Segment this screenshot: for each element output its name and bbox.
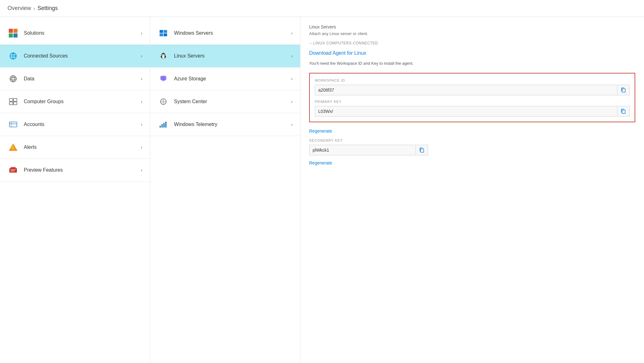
middle-nav-panel: Windows Servers › [150,17,300,363]
regenerate-secondary-key-link[interactable]: Regenerate [309,160,635,165]
sidebar-item-accounts-label: Accounts [24,122,141,127]
header-settings-label: Settings [38,5,58,12]
middle-item-linux-servers[interactable]: Linux Servers › [150,45,300,68]
middle-item-windows-servers[interactable]: Windows Servers › [150,22,300,45]
windows-servers-icon [158,28,169,39]
credentials-box: WORKSPACE ID PRIMARY KEY [309,73,635,122]
sidebar-item-preview-features[interactable]: Preview Features › [0,159,150,182]
sidebar-item-preview-features-label: Preview Features [24,167,141,173]
sidebar-item-alerts-label: Alerts [24,144,141,150]
svg-rect-23 [160,33,163,36]
svg-rect-16 [9,168,17,173]
sidebar-alerts-chevron: › [141,145,142,150]
middle-item-system-center-label: System Center [174,99,291,104]
sidebar-item-data-label: Data [24,76,141,82]
preview-features-icon [8,164,19,176]
primary-key-copy-button[interactable] [617,107,629,116]
right-panel-subtitle: Attach any Linux server or client. [309,31,635,36]
middle-windows-telemetry-chevron: › [291,122,293,127]
svg-point-3 [15,55,17,57]
middle-item-azure-storage-label: Azure Storage [174,76,291,82]
install-note: You'll need the Workspace ID and Key to … [309,60,635,67]
header-breadcrumb-chevron: › [33,6,35,11]
secondary-key-field-row [309,145,428,155]
sidebar-item-computer-groups-label: Computer Groups [24,99,141,104]
svg-rect-8 [9,102,13,105]
svg-rect-11 [9,122,17,127]
secondary-key-copy-button[interactable] [416,145,428,155]
secondary-key-input[interactable] [309,145,416,155]
svg-rect-45 [161,124,163,128]
sidebar-item-data[interactable]: Data › [0,68,150,90]
svg-rect-22 [164,30,167,33]
svg-point-34 [162,58,163,59]
sidebar-item-connected-sources[interactable]: Connected Sources › [0,45,150,68]
sidebar-item-connected-sources-label: Connected Sources [24,53,141,59]
middle-item-system-center[interactable]: System Center › [150,90,300,113]
svg-rect-9 [13,98,17,101]
header-overview-link[interactable]: Overview [8,5,31,12]
svg-point-37 [160,78,166,80]
middle-azure-storage-chevron: › [291,76,293,81]
svg-rect-24 [164,33,167,36]
sidebar-computer-groups-chevron: › [141,99,142,104]
middle-item-windows-servers-label: Windows Servers [174,30,291,36]
left-nav-panel: Solutions › Connected Sources › [0,17,150,363]
sidebar-solutions-chevron: › [141,31,142,36]
svg-point-4 [10,78,16,80]
sidebar-accounts-chevron: › [141,122,142,127]
sidebar-data-chevron: › [141,76,142,81]
main-content: Solutions › Connected Sources › [0,17,644,363]
sidebar-connected-sources-chevron: › [141,53,142,58]
svg-point-35 [164,58,165,59]
middle-windows-servers-chevron: › [291,31,293,36]
workspace-id-copy-button[interactable] [617,85,629,95]
sidebar-item-alerts[interactable]: ! Alerts › [0,136,150,159]
azure-storage-icon [158,73,169,84]
right-panel-title: Linux Servers [309,24,635,29]
middle-item-windows-telemetry-label: Windows Telemetry [174,122,291,127]
linux-servers-icon [158,50,169,62]
data-icon [8,73,19,84]
svg-point-30 [164,54,164,55]
middle-item-windows-telemetry[interactable]: Windows Telemetry › [150,113,300,136]
workspace-id-input[interactable] [315,85,617,95]
right-panel: Linux Servers Attach any Linux server or… [300,17,644,363]
primary-key-input[interactable] [315,106,617,116]
header: Overview › Settings [0,0,644,17]
svg-rect-47 [165,122,166,128]
svg-rect-48 [622,89,625,92]
svg-rect-21 [160,30,163,33]
workspace-id-field-row [315,85,630,95]
svg-rect-44 [160,126,161,128]
middle-linux-servers-chevron: › [291,53,293,58]
sidebar-item-computer-groups[interactable]: Computer Groups › [0,90,150,113]
svg-point-39 [162,100,165,103]
regenerate-primary-key-link[interactable]: Regenerate [309,129,635,134]
sidebar-preview-features-chevron: › [141,168,142,173]
svg-point-6 [10,76,16,82]
workspace-id-label: WORKSPACE ID [315,78,630,82]
svg-point-26 [162,54,165,58]
download-agent-link[interactable]: Download Agent for Linux [309,50,635,56]
secondary-key-label: SECONDARY KEY [309,139,635,142]
svg-rect-46 [163,123,165,128]
svg-rect-49 [622,110,625,113]
svg-point-2 [13,53,14,54]
linux-computers-connected-label: -- LINUX COMPUTERS CONNECTED [309,41,635,45]
middle-item-azure-storage[interactable]: Azure Storage › [150,68,300,90]
svg-point-29 [162,54,163,55]
middle-system-center-chevron: › [291,99,293,104]
sidebar-item-solutions-label: Solutions [24,30,141,36]
windows-telemetry-icon [158,119,169,130]
svg-rect-10 [13,102,17,105]
sidebar-item-accounts[interactable]: Accounts › [0,113,150,136]
primary-key-field-row [315,106,630,117]
alerts-icon: ! [8,142,19,153]
svg-point-5 [12,76,14,82]
svg-rect-17 [11,167,16,168]
sidebar-item-solutions[interactable]: Solutions › [0,22,150,45]
system-center-icon [158,96,169,107]
svg-rect-50 [421,149,424,152]
connected-sources-icon [8,50,19,62]
